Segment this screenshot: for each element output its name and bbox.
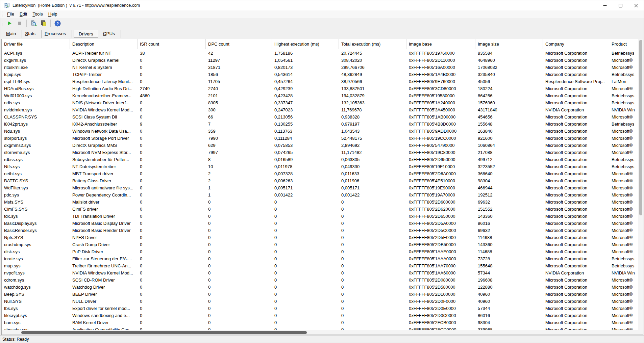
column-header-driver-file[interactable]: Driver file (2, 39, 70, 49)
table-cell: ACPI.sys (2, 50, 70, 57)
table-row[interactable]: pdc.sysPower Dependency Coordin...010,00… (2, 191, 638, 199)
table-cell: Microsoft Corporation (543, 284, 609, 291)
table-row[interactable]: Msfs.SYSMailslot driver00000xFFFFF805'2D… (2, 199, 638, 206)
table-cell: 0 (339, 284, 406, 291)
help-button[interactable]: ? (53, 19, 62, 28)
copy-report-button[interactable] (39, 19, 48, 28)
table-cell: storport.sys (2, 135, 70, 142)
table-cell: 1060864 (475, 142, 543, 149)
tab-cpus[interactable]: CPUs (100, 30, 121, 38)
table-row[interactable]: iorate.sysFilter zur Steuerung der E/A-.… (2, 255, 638, 262)
table-row[interactable]: Ntfs.sysNT-Dateisystemtreiber0100,011978… (2, 163, 638, 170)
table-row[interactable]: netbt.sysMBT Transport driver020,0073280… (2, 170, 638, 177)
menu-help[interactable]: Help (46, 10, 60, 18)
table-cell: 0 (138, 312, 206, 319)
table-cell: Microsoft Storage Port Driver (70, 135, 138, 142)
tab-stats[interactable]: Stats (22, 30, 42, 38)
table-row[interactable]: ntoskrnl.exeNT Kernel & System0318710,82… (2, 64, 638, 71)
table-cell: Microsoft Corporation (543, 220, 609, 227)
menu-edit[interactable]: Edit (17, 10, 30, 18)
column-header-image-base[interactable]: Image base (406, 39, 475, 49)
column-header-total-execution-ms[interactable]: Total execution (ms) (339, 39, 406, 49)
table-row[interactable]: dxgkrnl.sysDirectX Graphics Kernel011297… (2, 57, 638, 64)
table-row[interactable]: Null.SYSNULL Driver00000xFFFFF805'2D0F00… (2, 298, 638, 305)
table-row[interactable]: watchdog.sysWatchdog Driver00000xFFFFF80… (2, 284, 638, 291)
vertical-scrollbar-thumb[interactable] (639, 40, 642, 215)
table-row[interactable]: filecrypt.sysWindows sandboxing and e...… (2, 312, 638, 319)
table-row[interactable]: tcpip.sysTCP/IP-Treiber018560,54361448,3… (2, 71, 638, 78)
table-cell: ACPI-Treiber für NT (70, 50, 138, 57)
table-row[interactable]: CLASSPNP.SYSSCSI Class System Dll0660,21… (2, 113, 638, 121)
table-row[interactable]: dxgmms2.sysDirectX Graphics MMS06290,075… (2, 142, 638, 149)
table-row[interactable]: HDAudBus.sysHigh Definition Audio Bus Dr… (2, 85, 638, 92)
column-header-image-size[interactable]: Image size (475, 39, 543, 49)
table-row[interactable]: bam.sysBAM Kernel Driver00000xFFFFF805'2… (2, 319, 638, 326)
table-cell: 0 (206, 206, 272, 213)
table-row[interactable]: tbs.sysExport driver for kernel mod...00… (2, 305, 638, 312)
column-header-dpc-count[interactable]: DPC count (206, 39, 272, 49)
stop-monitor-button[interactable] (15, 19, 24, 28)
table-row[interactable]: Npfs.SYSNPFS Driver00000xFFFFF805'2D5E00… (2, 234, 638, 241)
minimize-button[interactable] (597, 0, 613, 10)
table-row[interactable]: Ndu.sysWindows Network Data Usa...03590,… (2, 128, 638, 135)
table-row[interactable]: rdbss.sysSubsystemtreiber für Puffer...0… (2, 156, 638, 163)
table-row[interactable]: tdx.sysTDI Translation Driver00000xFFFFF… (2, 213, 638, 220)
table-row[interactable]: stornvme.sysMicrosoft NVM Express Stor..… (2, 149, 638, 156)
table-cell: Crash Dump Driver (70, 241, 138, 248)
svg-text:?: ? (56, 21, 58, 25)
table-row[interactable]: storport.sysMicrosoft Storage Port Drive… (2, 135, 638, 142)
table-row[interactable]: Wdf01000.sysKernelmodustreiber-Framew...… (2, 92, 638, 99)
table-row[interactable]: WdFilter.sysMicrosoft antimalware file s… (2, 184, 638, 191)
table-cell: 31871 (206, 64, 272, 71)
table-row[interactable]: BATTC.SYSBattery Class Driver020,0062630… (2, 177, 638, 184)
table-cell: 69632 (475, 227, 543, 234)
table-row[interactable]: rspLLL64.sysResplendence Latency Monit..… (2, 78, 638, 85)
table-cell: 217088 (475, 149, 543, 156)
table-row[interactable]: ACPI.sysACPI-Treiber für NT38421,7581862… (2, 50, 638, 57)
table-cell: rdbss.sys (2, 156, 70, 163)
close-button[interactable] (628, 0, 644, 10)
table-row[interactable]: ndis.sysNDIS (Network Driver Interf...08… (2, 99, 638, 106)
table-row[interactable]: BasicDisplay.sysMicrosoft Basic Display … (2, 220, 638, 227)
column-header-description[interactable]: Description (70, 39, 138, 49)
column-header-company[interactable]: Company (543, 39, 609, 49)
table-cell: CimFS.SYS (2, 206, 70, 213)
close-icon (634, 4, 638, 7)
table-cell: 0 (339, 276, 406, 284)
table-row[interactable]: nvlddmkm.sysNVIDIA Windows Kernel Mod...… (2, 106, 638, 113)
table-row[interactable]: CimFS.SYSCimFS driver00000xFFFFF805'2D62… (2, 206, 638, 213)
table-cell: 499712 (475, 156, 543, 163)
table-row[interactable]: Beep.SYSBEEP Driver00000xFFFFF805'2D1000… (2, 291, 638, 298)
table-cell: 0,979197 (339, 121, 406, 128)
analyze-button[interactable] (29, 19, 38, 28)
table-row[interactable]: cdrom.sysSCSI CD-ROM Driver00000xFFFFF80… (2, 276, 638, 284)
table-row[interactable]: i8042prt.sysi8042-Anschlusstreiber970,13… (2, 121, 638, 128)
table-cell: 143360 (475, 213, 543, 220)
vertical-scrollbar[interactable] (638, 39, 643, 335)
start-monitor-button[interactable] (5, 19, 14, 28)
tab-processes[interactable]: Processes (42, 30, 72, 38)
table-cell: 0,337347 (272, 99, 339, 106)
table-row[interactable]: crashdmp.sysCrash Dump Driver00000xFFFFF… (2, 241, 638, 248)
table-cell: 48,362849 (339, 71, 406, 78)
table-cell: 0,016589 (272, 156, 339, 163)
tab-main[interactable]: Main (3, 30, 22, 38)
table-row[interactable]: mup.sysTreiber für mehrere UNC-An...0000… (2, 262, 638, 269)
table-cell: Betriebssys (609, 156, 638, 163)
column-header-isr-count[interactable]: ISR count (138, 39, 206, 49)
table-cell: 0 (272, 227, 339, 234)
horizontal-scrollbar[interactable] (2, 330, 638, 335)
table-cell: Microsoft® (609, 199, 638, 206)
maximize-button[interactable] (613, 0, 628, 10)
table-row[interactable]: nvpcflt.sysNVIDIA Windows Kernel Mod...0… (2, 269, 638, 276)
column-header-highest-execution-ms[interactable]: Highest execution (ms) (272, 39, 339, 49)
table-cell: Microsoft Corporation (543, 262, 609, 269)
tab-drivers[interactable]: Drivers (74, 30, 98, 38)
horizontal-scrollbar-thumb[interactable] (21, 331, 307, 334)
table-cell: 0 (138, 78, 206, 85)
table-cell: 0,074265 (272, 149, 339, 156)
table-row[interactable]: disk.sysPnP Disk Driver00000xFFFFF805'1A… (2, 248, 638, 255)
menu-file[interactable]: File (4, 10, 17, 18)
menu-tools[interactable]: Tools (30, 10, 45, 18)
table-row[interactable]: BasicRender.sysMicrosoft Basic Render Dr… (2, 227, 638, 234)
